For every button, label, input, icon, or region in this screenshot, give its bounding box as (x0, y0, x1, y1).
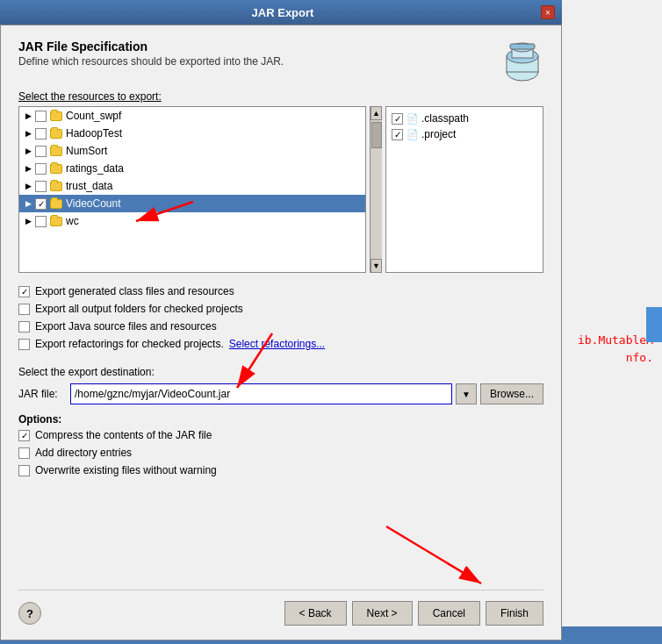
folder-icon (49, 126, 63, 140)
tree-checkbox-count-swpf[interactable] (35, 111, 47, 122)
tree-label: trust_data (66, 180, 112, 192)
section-title: JAR File Specification (18, 39, 284, 54)
folder-icon (49, 161, 63, 175)
checkbox-compress[interactable] (18, 430, 30, 441)
resources-label: Select the resources to export: (18, 90, 543, 103)
option-label-export-class: Export generated class files and resourc… (35, 285, 234, 297)
checkbox-overwrite[interactable] (18, 465, 30, 476)
checkbox-add-dir[interactable] (18, 447, 30, 459)
finish-button[interactable]: Finish (486, 601, 543, 626)
cancel-button[interactable]: Cancel (418, 601, 480, 626)
header-text: JAR File Specification Define which reso… (18, 39, 284, 75)
file-item-classpath[interactable]: 📄 .classpath (390, 111, 539, 126)
dialog-title: JAR Export (25, 6, 541, 19)
option-label-overwrite: Overwrite existing files without warning (35, 464, 217, 476)
tree-checkbox-trust-data[interactable] (35, 181, 47, 192)
tree-arrow: ▶ (23, 146, 33, 156)
jar-export-dialog: JAR Export × JAR File Specification Defi… (0, 0, 562, 640)
tree-label: ratings_data (66, 162, 124, 175)
tree-item-ratings-data[interactable]: ▶ ratings_data (19, 160, 365, 177)
tree-checkbox-numsort[interactable] (35, 146, 47, 157)
folder-icon (49, 214, 63, 228)
checkbox-export-java[interactable] (18, 321, 30, 333)
option-export-output: Export all output folders for checked pr… (18, 303, 543, 315)
folder-icon (49, 179, 63, 193)
tree-arrow: ▶ (23, 111, 33, 121)
tree-label: HadoopTest (66, 127, 122, 140)
checkbox-export-output[interactable] (18, 304, 30, 315)
bg-blue-bar (646, 307, 662, 342)
button-row: ? < Back Next > Cancel Finish (18, 590, 543, 626)
export-options: Export generated class files and resourc… (18, 285, 543, 350)
tree-arrow: ▶ (23, 216, 33, 226)
dest-row: JAR file: ▼ Browse... (18, 383, 543, 404)
tree-checkbox-hadooptest[interactable] (35, 128, 47, 140)
tree-item-numsort[interactable]: ▶ NumSort (19, 142, 365, 160)
scroll-down-btn[interactable]: ▼ (371, 259, 382, 273)
file-item-project[interactable]: 📄 .project (390, 126, 539, 142)
option-label-add-dir: Add directory entries (35, 447, 132, 459)
back-button[interactable]: < Back (284, 601, 347, 626)
dialog-body: JAR File Specification Define which reso… (0, 25, 562, 640)
folder-icon (49, 109, 63, 123)
header-row: JAR File Specification Define which reso… (18, 39, 543, 82)
nav-buttons: < Back Next > Cancel Finish (284, 601, 543, 626)
destination-section: Select the export destination: JAR file:… (18, 366, 543, 404)
tree-item-wc[interactable]: ▶ wc (19, 212, 365, 230)
next-button[interactable]: Next > (352, 601, 413, 626)
tree-scrollbar[interactable]: ▲ ▼ (370, 106, 382, 273)
tree-checkbox-wc[interactable] (35, 216, 47, 227)
folder-icon (49, 197, 63, 211)
options-label: Options: (18, 413, 543, 426)
option-label-export-output: Export all output folders for checked pr… (35, 303, 243, 315)
resources-row: ▶ Count_swpf ▶ HadoopTest ▶ (18, 106, 543, 273)
tree-label: wc (66, 215, 79, 227)
scroll-up-btn[interactable]: ▲ (371, 106, 382, 120)
help-button[interactable]: ? (18, 602, 41, 625)
bg-red-text2: nfo. (626, 351, 653, 364)
jar-dropdown-btn[interactable]: ▼ (456, 383, 477, 404)
jar-path-input[interactable] (70, 383, 452, 404)
tree-arrow: ▶ (23, 128, 33, 139)
tree-label: NumSort (66, 145, 107, 157)
tree-item-videocount[interactable]: ▶ VideoCount (19, 195, 365, 212)
file-label-classpath: .classpath (421, 112, 469, 125)
jar-icon (501, 39, 543, 82)
jar-options: Options: Compress the contents of the JA… (18, 413, 543, 476)
option-export-java: Export Java source files and resources (18, 320, 543, 333)
section-desc: Define which resources should be exporte… (18, 55, 284, 68)
option-export-refactor: Export refactorings for checked projects… (18, 338, 543, 350)
option-label-compress: Compress the contents of the JAR file (35, 429, 212, 441)
tree-arrow: ▶ (23, 198, 33, 209)
close-button[interactable]: × (541, 5, 555, 19)
title-bar: JAR Export × (0, 0, 562, 25)
tree-item-hadooptest[interactable]: ▶ HadoopTest (19, 125, 365, 142)
checkbox-export-refactor[interactable] (18, 339, 30, 350)
file-label-project: .project (421, 128, 456, 140)
file-checkbox-classpath[interactable] (392, 113, 403, 125)
bg-red-text1: ib.MutableM (578, 333, 653, 347)
spacer (18, 485, 543, 581)
option-overwrite: Overwrite existing files without warning (18, 464, 543, 476)
option-label-export-refactor: Export refactorings for checked projects… (35, 338, 224, 350)
tree-arrow: ▶ (23, 163, 33, 174)
browse-button[interactable]: Browse... (480, 383, 543, 404)
tree-item-count-swpf[interactable]: ▶ Count_swpf (19, 107, 365, 125)
option-label-export-java: Export Java source files and resources (35, 320, 217, 333)
tree-item-trust-data[interactable]: ▶ trust_data (19, 177, 365, 195)
select-refactorings-link[interactable]: Select refactorings... (229, 338, 325, 350)
tree-checkbox-ratings-data[interactable] (35, 163, 47, 175)
svg-rect-5 (510, 44, 535, 49)
tree-panel[interactable]: ▶ Count_swpf ▶ HadoopTest ▶ (18, 106, 366, 273)
file-checkbox-project[interactable] (392, 129, 403, 140)
checkbox-export-class[interactable] (18, 286, 30, 297)
option-add-dir: Add directory entries (18, 447, 543, 459)
folder-icon (49, 144, 63, 158)
tree-checkbox-videocount[interactable] (35, 198, 47, 210)
tree-arrow: ▶ (23, 181, 33, 191)
tree-label: VideoCount (66, 197, 121, 210)
option-compress: Compress the contents of the JAR file (18, 429, 543, 441)
resources-section: Select the resources to export: ▶ Count_… (18, 90, 543, 273)
scroll-thumb[interactable] (371, 122, 382, 148)
option-export-class: Export generated class files and resourc… (18, 285, 543, 297)
